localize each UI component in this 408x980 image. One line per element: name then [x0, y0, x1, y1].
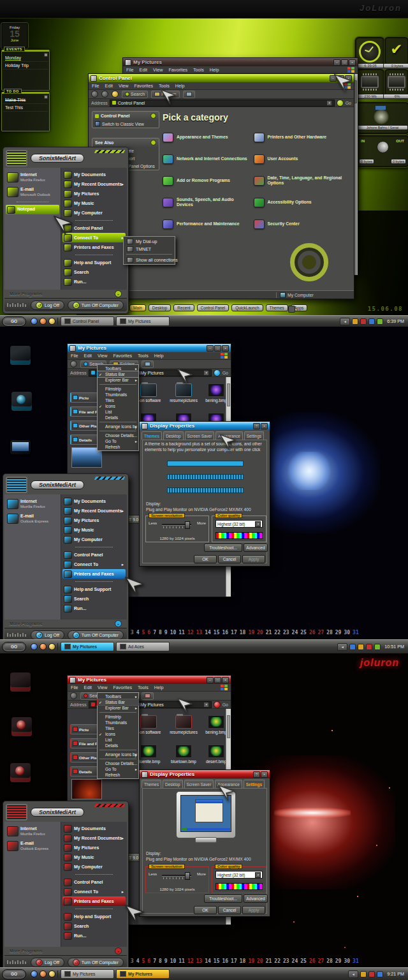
up-icon[interactable] — [112, 91, 119, 98]
start-menu-item[interactable]: Notepad — [6, 205, 59, 214]
turn-off-button[interactable]: ⊙Turn Off Computer — [68, 630, 124, 640]
turn-off-button[interactable]: ⊙Turn Off Computer — [68, 958, 124, 967]
start-menu-item[interactable]: My Pictures — [62, 189, 126, 198]
menu-item[interactable]: Favorites — [113, 685, 132, 690]
go-label[interactable]: Go — [222, 371, 228, 375]
start-menu-item[interactable]: My Music — [62, 525, 126, 535]
view-menu-item[interactable] — [99, 422, 136, 422]
view-menu-item[interactable]: Refresh — [98, 772, 138, 778]
view-menu-item[interactable]: Toolbars — [98, 694, 138, 699]
event-item[interactable]: Holiday Trip — [3, 62, 48, 70]
go-icon[interactable] — [214, 701, 221, 708]
advanced-button[interactable]: Advanced — [244, 895, 268, 903]
view-menu-item[interactable]: Status Bar — [98, 699, 138, 705]
tray-icon[interactable] — [377, 318, 383, 325]
menu-item[interactable]: Edit — [84, 685, 92, 690]
desktop-icon[interactable] — [11, 717, 32, 736]
dock-button[interactable]: Control Panel — [197, 304, 229, 311]
address-input[interactable]: Control Panel ▾ — [110, 100, 335, 107]
caption-buttons[interactable]: –□× — [207, 345, 229, 352]
tray-icon[interactable] — [360, 318, 367, 325]
tray-icon[interactable] — [374, 644, 381, 650]
start-menu-item[interactable]: InternetMozilla Firefox — [6, 170, 59, 184]
more-programs-icon[interactable]: » — [115, 947, 122, 954]
view-menu-item[interactable]: Details — [98, 415, 138, 420]
start-menu-item[interactable]: Run... — [62, 604, 126, 613]
start-menu-item[interactable] — [62, 579, 126, 584]
slider-handle[interactable] — [185, 521, 190, 529]
file-item[interactable]: bluetown.bmp — [166, 745, 201, 764]
view-menu-item[interactable]: Status Bar — [98, 371, 138, 377]
view-menu-item[interactable] — [99, 384, 136, 385]
menu-item[interactable]: Help — [154, 685, 164, 690]
views-button[interactable] — [142, 360, 154, 368]
start-menu-item[interactable]: Connect To — [62, 887, 126, 896]
start-menu-item[interactable]: E-mailMicrosoft Outlook — [6, 184, 59, 199]
start-menu-item[interactable]: Search — [62, 921, 126, 931]
go-icon[interactable] — [337, 100, 344, 107]
lightning-icon[interactable] — [48, 970, 55, 977]
menu-item[interactable]: Edit — [84, 353, 92, 359]
start-menu-item[interactable]: Help and Support — [62, 912, 126, 921]
back-icon[interactable] — [70, 360, 77, 368]
menu-item[interactable]: File — [71, 353, 78, 359]
troubleshoot-button[interactable]: Troubleshoot... — [204, 895, 242, 903]
menu-item[interactable]: View — [153, 67, 163, 73]
caption-buttons[interactable]: –□× — [333, 59, 356, 66]
view-menu-item[interactable]: Go To — [98, 766, 138, 772]
switch-classic-view[interactable]: Switch to Classic View — [92, 120, 159, 128]
desktop-icon[interactable] — [10, 763, 31, 782]
dialog-titlebar[interactable]: Display Properties ?× — [140, 422, 270, 430]
menu-item[interactable]: View — [98, 685, 107, 690]
address-dropdown-icon[interactable]: ▾ — [203, 370, 209, 376]
start-button[interactable]: GO — [2, 642, 26, 652]
address-dropdown-icon[interactable]: ▾ — [203, 702, 209, 708]
panel-corner-icon[interactable] — [44, 53, 48, 57]
window-titlebar[interactable]: My Pictures –□× — [123, 58, 358, 66]
apply-button[interactable]: Apply — [242, 555, 265, 563]
cp-category[interactable]: Sounds, Speech, and Audio Devices — [163, 194, 250, 211]
browser-icon[interactable] — [31, 318, 38, 325]
cancel-button[interactable]: Cancel — [218, 555, 241, 563]
tray-icon[interactable] — [366, 644, 372, 650]
tray-collapse-button[interactable]: ◂ — [348, 970, 358, 978]
menu-item[interactable]: Edit — [140, 67, 147, 73]
start-menu-item[interactable]: InternetMozilla Firefox — [6, 496, 59, 511]
dialog-tab[interactable]: Screen Saver — [185, 431, 215, 440]
dialog-tab[interactable]: Screen Saver — [184, 780, 214, 788]
start-menu-item[interactable]: Search — [62, 594, 126, 604]
taskbar-task[interactable]: My Pictures — [61, 642, 114, 651]
taskbar-task[interactable]: My Pictures — [61, 969, 114, 979]
ok-button[interactable]: OK — [194, 555, 217, 563]
cp-category[interactable]: Performance and Maintenance — [163, 216, 250, 232]
menu-item[interactable]: Help — [210, 67, 219, 73]
dialog-tab[interactable]: Settings — [244, 780, 265, 788]
browser-icon[interactable] — [31, 643, 38, 650]
start-menu-item[interactable]: My Recent Documents — [62, 179, 126, 189]
start-menu-item[interactable]: Help and Support — [62, 258, 126, 267]
dialog-tab[interactable]: Themes — [142, 431, 162, 440]
menu-item[interactable]: Tools — [138, 353, 149, 359]
firefox-icon[interactable] — [40, 643, 47, 650]
todo-item[interactable]: Test This — [3, 104, 48, 112]
view-menu-item[interactable]: Tiles — [98, 397, 138, 403]
start-menu-item[interactable]: InternetMozilla Firefox — [6, 824, 59, 838]
start-menu-item[interactable] — [6, 199, 59, 205]
file-item[interactable]: resumepictures — [166, 383, 201, 403]
window-titlebar[interactable]: My Pictures –□× — [68, 676, 231, 684]
view-menu-item[interactable]: Icons — [98, 731, 138, 737]
start-menu-item[interactable]: My Pictures — [62, 516, 126, 525]
start-menu-item[interactable]: My Computer — [62, 535, 126, 544]
desktop-icon[interactable] — [10, 440, 31, 454]
start-button[interactable]: GO — [2, 969, 26, 979]
cp-category[interactable]: Printers and Other Hardware — [254, 129, 347, 145]
start-menu-item[interactable] — [62, 872, 126, 877]
panel-corner-icon[interactable] — [44, 95, 48, 99]
desktop-icon[interactable] — [11, 392, 32, 411]
start-menu-item[interactable]: Search — [62, 267, 126, 277]
start-menu-item[interactable]: My Recent Documents — [62, 833, 126, 843]
taskbar-task[interactable]: My Pictures — [116, 969, 170, 979]
ok-button[interactable]: OK — [194, 906, 217, 914]
tray-icon[interactable] — [368, 971, 375, 977]
caption-buttons[interactable]: ?× — [253, 771, 268, 778]
